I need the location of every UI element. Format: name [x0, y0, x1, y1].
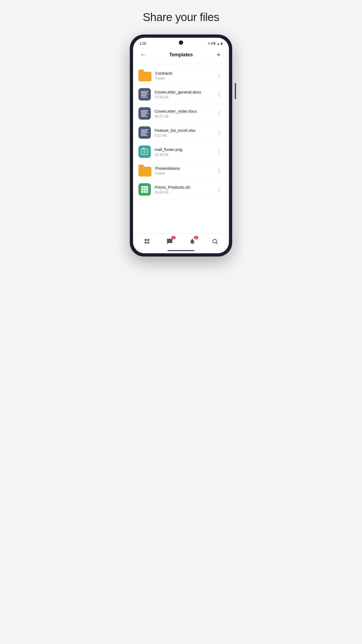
file-meta: Folder	[155, 76, 215, 80]
more-button[interactable]: ⋮	[215, 185, 224, 194]
side-buttons	[235, 83, 236, 99]
more-button[interactable]: ⋮	[215, 90, 224, 99]
more-button[interactable]: ⋮	[215, 147, 224, 156]
file-name: mail_footer.png	[155, 147, 215, 152]
file-info: Contracts Folder	[155, 71, 215, 80]
more-button[interactable]: ⋮	[215, 166, 224, 175]
three-dots-icon: ⋮	[217, 149, 222, 154]
three-dots-icon: ⋮	[217, 73, 222, 78]
nav-item-chat[interactable]: 4	[162, 237, 177, 246]
file-meta: 35.00 kB	[155, 190, 215, 194]
three-dots-icon: ⋮	[217, 168, 222, 173]
file-name: CoverLetter_general.docx	[155, 90, 215, 94]
more-button[interactable]: ⋮	[215, 109, 224, 118]
folder-icon	[138, 165, 151, 176]
svg-rect-0	[145, 239, 147, 241]
file-name: Presentations	[155, 166, 215, 171]
three-dots-icon: ⋮	[217, 111, 222, 116]
status-icons: ▾ LTE ▲ ▮	[208, 42, 222, 45]
signal-icon: ▲	[217, 42, 220, 45]
status-time: 1:00	[140, 41, 146, 46]
three-dots-icon: ⋮	[217, 92, 222, 97]
notifications-badge: 4	[194, 236, 198, 239]
png-icon	[138, 146, 151, 158]
file-meta: 27.93 kB	[155, 95, 215, 99]
three-dots-icon: ⋮	[217, 187, 222, 192]
header-title: Templates	[169, 52, 193, 58]
docx-icon	[138, 107, 151, 120]
chat-badge: 4	[171, 236, 176, 239]
wifi-icon: ▾	[208, 42, 210, 45]
list-item[interactable]: mail_footer.png 18.38 kB ⋮	[133, 142, 229, 161]
battery-icon: ▮	[221, 42, 222, 45]
doc-lines	[141, 129, 148, 136]
nav-item-home[interactable]	[140, 237, 155, 246]
spreadsheet-grid-icon	[141, 186, 148, 193]
file-info: Prices_Products.xls 35.00 kB	[155, 185, 215, 194]
three-dots-icon: ⋮	[217, 130, 222, 135]
file-info: Feature_list_excel.xlsx 9.31 kB	[155, 128, 215, 137]
file-meta: Folder	[155, 171, 215, 175]
nav-item-notifications[interactable]: 4	[185, 237, 200, 246]
file-list: Contracts Folder ⋮	[133, 64, 229, 201]
phone-screen: 1:00 ▾ LTE ▲ ▮ ← Templates +	[133, 38, 229, 253]
list-item[interactable]: CoverLetter_order.docx 28.07 kB ⋮	[133, 104, 229, 123]
bell-icon	[189, 238, 196, 245]
search-icon	[212, 238, 218, 245]
list-item[interactable]: Prices_Products.xls 35.00 kB ⋮	[133, 180, 229, 199]
docx-icon	[138, 88, 151, 101]
home-bar	[168, 250, 194, 251]
list-item[interactable]: Contracts Folder ⋮	[133, 66, 229, 85]
camera-notch	[179, 40, 183, 45]
list-item[interactable]: Presentations Folder ⋮	[133, 161, 229, 180]
file-name: Prices_Products.xls	[155, 185, 215, 189]
more-button[interactable]: ⋮	[215, 71, 224, 80]
nav-item-search[interactable]	[207, 237, 222, 246]
file-info: CoverLetter_general.docx 27.93 kB	[155, 90, 215, 99]
grid-icon	[144, 238, 150, 245]
file-info: mail_footer.png 18.38 kB	[155, 147, 215, 157]
file-info: Presentations Folder	[155, 166, 215, 175]
status-bar: 1:00 ▾ LTE ▲ ▮	[133, 38, 229, 48]
file-name: Contracts	[155, 71, 215, 75]
file-info: CoverLetter_order.docx 28.07 kB	[155, 109, 215, 118]
camera-lens-icon	[143, 150, 146, 153]
camera-icon	[141, 149, 148, 155]
page-wrapper: Share your files 1:00 ▾ LTE ▲ ▮ ←	[106, 11, 256, 257]
more-button[interactable]: ⋮	[215, 128, 224, 137]
folder-icon	[138, 70, 151, 81]
file-name: CoverLetter_order.docx	[155, 109, 215, 113]
file-meta: 9.31 kB	[155, 133, 215, 137]
back-arrow-icon: ←	[140, 51, 146, 58]
home-indicator	[133, 248, 229, 253]
svg-rect-3	[147, 242, 149, 244]
phone-device: 1:00 ▾ LTE ▲ ▮ ← Templates +	[130, 34, 232, 257]
add-button[interactable]: +	[214, 50, 224, 60]
camera-bump-icon	[142, 148, 145, 149]
camera-frame-icon	[141, 149, 148, 155]
chat-icon	[166, 238, 173, 245]
xls-icon	[138, 183, 151, 196]
list-item[interactable]: Feature_list_excel.xlsx 9.31 kB ⋮	[133, 123, 229, 142]
doc-lines	[141, 91, 148, 98]
page-title: Share your files	[143, 11, 219, 24]
xlsx-icon	[138, 126, 151, 139]
file-name: Feature_list_excel.xlsx	[155, 128, 215, 133]
list-item[interactable]: CoverLetter_general.docx 27.93 kB ⋮	[133, 85, 229, 104]
file-meta: 28.07 kB	[155, 114, 215, 118]
app-header: ← Templates +	[133, 48, 229, 64]
add-icon: +	[217, 51, 221, 58]
svg-rect-2	[145, 242, 147, 244]
file-meta: 18.38 kB	[155, 153, 215, 157]
lte-icon: LTE	[211, 42, 216, 45]
svg-rect-1	[147, 239, 149, 241]
back-button[interactable]: ←	[138, 50, 148, 60]
doc-lines	[141, 110, 148, 117]
content-spacer	[133, 201, 229, 234]
bottom-nav: 4 4	[133, 234, 229, 248]
